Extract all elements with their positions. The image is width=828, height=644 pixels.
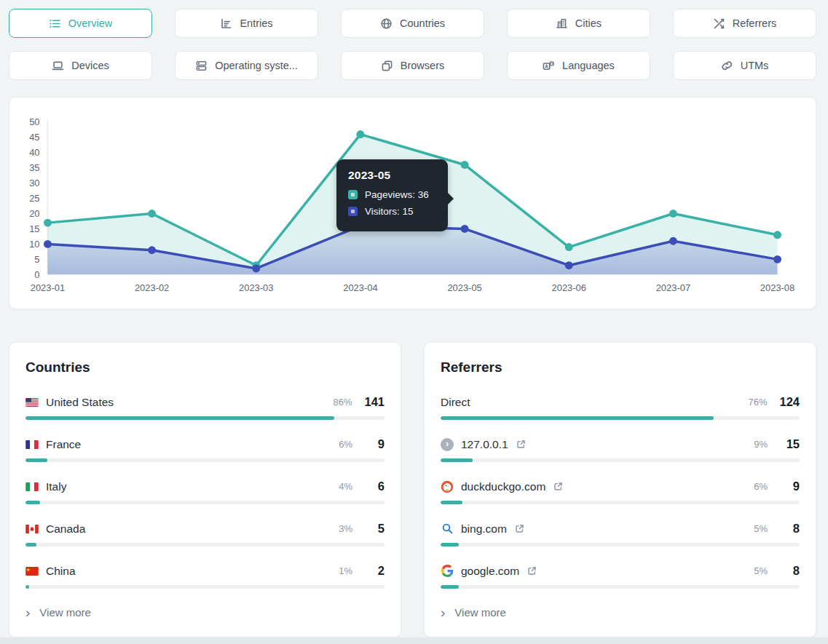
tab-entries[interactable]: Entries xyxy=(175,9,318,38)
pageviews-data-point[interactable] xyxy=(148,210,156,218)
progress-track xyxy=(441,585,800,589)
server-icon xyxy=(195,60,208,72)
referrer-row[interactable]: bing.com5%8 xyxy=(441,522,800,546)
localhost-favicon-icon: › xyxy=(441,438,454,451)
tab-utms[interactable]: UTMs xyxy=(673,51,816,80)
tab-label: Browsers xyxy=(401,60,444,71)
percent-label: 5% xyxy=(746,523,768,534)
tab-devices[interactable]: Devices xyxy=(9,51,152,80)
external-link-icon[interactable] xyxy=(515,524,524,533)
shuffle-icon xyxy=(713,17,725,30)
progress-track xyxy=(25,501,385,504)
referrers-view-more-button[interactable]: › View more xyxy=(441,606,800,619)
tab-label: Overview xyxy=(68,17,112,29)
count-value: 9 xyxy=(365,437,385,451)
metrics-tab-bar: OverviewEntriesCountriesCitiesReferrersD… xyxy=(9,9,816,80)
it-flag-icon xyxy=(25,482,39,491)
progress-fill xyxy=(441,458,473,462)
pageviews-data-point[interactable] xyxy=(669,210,677,218)
country-row[interactable]: France6%9 xyxy=(25,437,385,462)
visitors-data-point[interactable] xyxy=(565,261,573,269)
tooltip-visitors-value: Visitors: 15 xyxy=(365,206,414,217)
tab-operating-systems[interactable]: Operating syste... xyxy=(175,51,318,80)
pageviews-data-point[interactable] xyxy=(356,130,364,138)
translate-icon xyxy=(543,60,555,72)
y-tick-label: 30 xyxy=(29,178,39,188)
pageviews-data-point[interactable] xyxy=(461,161,469,169)
external-link-icon[interactable] xyxy=(527,566,537,576)
fr-flag-icon xyxy=(25,440,39,449)
referrer-row[interactable]: Direct76%124 xyxy=(441,395,800,420)
visitors-data-point[interactable] xyxy=(148,246,156,254)
country-row-label: Canada xyxy=(46,522,85,536)
visitors-data-point[interactable] xyxy=(773,255,781,263)
countries-card-title: Countries xyxy=(25,359,385,375)
progress-track xyxy=(441,501,800,504)
next-section-edge xyxy=(0,637,828,644)
x-tick-label: 2023-04 xyxy=(343,282,377,293)
percent-label: 76% xyxy=(745,397,767,408)
chevron-right-icon: › xyxy=(441,608,445,618)
countries-card: Countries United States86%141France6%9It… xyxy=(9,342,401,637)
count-value: 5 xyxy=(365,522,385,536)
tab-languages[interactable]: Languages xyxy=(507,51,650,80)
tab-overview[interactable]: Overview xyxy=(9,9,152,38)
country-row-label: Italy xyxy=(46,480,66,493)
progress-fill xyxy=(441,416,714,420)
countries-view-more-button[interactable]: › View more xyxy=(25,606,385,619)
x-tick-label: 2023-07 xyxy=(656,282,690,293)
tab-label: UTMs xyxy=(741,60,769,71)
tab-label: Cities xyxy=(575,17,602,29)
country-row-label: France xyxy=(46,438,81,451)
count-value: 9 xyxy=(780,480,800,493)
y-tick-label: 5 xyxy=(34,254,39,265)
percent-label: 86% xyxy=(330,397,352,408)
count-value: 8 xyxy=(780,522,800,536)
buildings-icon xyxy=(556,17,568,30)
tab-browsers[interactable]: Browsers xyxy=(341,51,484,80)
tab-referrers[interactable]: Referrers xyxy=(673,9,816,38)
count-value: 8 xyxy=(780,564,800,578)
chart-tooltip: 2023-05 Pageviews: 36 Visitors: 15 xyxy=(336,159,448,231)
country-row[interactable]: Italy4%6 xyxy=(25,480,385,504)
pageviews-data-point[interactable] xyxy=(773,231,781,239)
count-value: 6 xyxy=(365,480,385,493)
country-row[interactable]: Canada3%5 xyxy=(25,522,385,546)
visitors-data-point[interactable] xyxy=(44,240,52,248)
visitors-data-point[interactable] xyxy=(252,265,260,273)
link-icon xyxy=(721,60,733,72)
tab-countries[interactable]: Countries xyxy=(341,9,484,38)
referrers-card: Referrers Direct76%124›127.0.0.19%15duck… xyxy=(424,342,816,637)
traffic-chart-panel: 051015202530354045502023-012023-022023-0… xyxy=(9,97,816,309)
x-tick-label: 2023-05 xyxy=(447,282,481,293)
tooltip-date: 2023-05 xyxy=(348,169,436,182)
external-link-icon[interactable] xyxy=(553,482,563,491)
country-row-label: China xyxy=(46,565,76,578)
chevron-right-icon: › xyxy=(25,608,30,618)
country-row[interactable]: China1%2 xyxy=(25,564,385,589)
tab-label: Entries xyxy=(240,17,272,29)
view-more-label: View more xyxy=(454,606,506,619)
referrer-row[interactable]: ›127.0.0.19%15 xyxy=(441,437,800,462)
percent-label: 6% xyxy=(746,481,768,492)
tab-cities[interactable]: Cities xyxy=(507,9,650,38)
pageviews-data-point[interactable] xyxy=(565,243,573,251)
referrer-row-label: duckduckgo.com xyxy=(461,480,545,493)
cn-flag-icon xyxy=(25,567,39,576)
visitors-data-point[interactable] xyxy=(669,237,677,245)
tab-label: Countries xyxy=(400,17,445,29)
pageviews-data-point[interactable] xyxy=(44,219,52,227)
referrer-row-label: bing.com xyxy=(461,522,507,536)
percent-label: 5% xyxy=(746,565,768,576)
country-row[interactable]: United States86%141 xyxy=(25,395,385,420)
referrer-row-label: 127.0.0.1 xyxy=(461,438,508,451)
count-value: 141 xyxy=(364,395,385,409)
referrer-row[interactable]: duckduckgo.com6%9 xyxy=(441,480,800,504)
country-row-label: United States xyxy=(46,396,114,409)
percent-label: 4% xyxy=(331,481,352,492)
referrer-row-label: google.com xyxy=(461,565,519,578)
percent-label: 9% xyxy=(746,439,768,450)
external-link-icon[interactable] xyxy=(516,440,526,449)
visitors-data-point[interactable] xyxy=(461,225,469,233)
referrer-row[interactable]: google.com5%8 xyxy=(441,564,800,589)
